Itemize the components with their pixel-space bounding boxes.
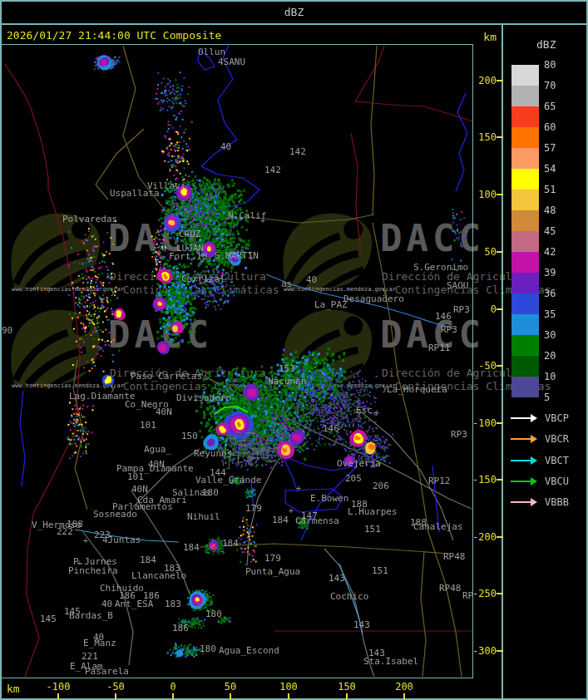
place-label: Punta_Agua	[245, 568, 300, 576]
place-label: Valle_Grande	[195, 476, 261, 485]
place-label: Agua_	[144, 446, 171, 454]
place-label: Ant_ESA	[115, 600, 153, 609]
y-axis-tick-label: 50	[463, 248, 497, 257]
place-label: Nihuil	[187, 513, 220, 521]
x-axis-unit-label: km	[7, 683, 20, 695]
colorbar-swatch	[511, 293, 539, 314]
colorbar-label: 5	[544, 393, 550, 402]
colorbar-swatch	[511, 86, 539, 106]
place-label: 179	[264, 555, 281, 563]
legend-label: VBCU	[545, 476, 569, 486]
place-label: Carmensa	[295, 517, 339, 525]
y-axis-tick	[497, 536, 503, 538]
y-axis-tick-label: -200	[463, 533, 497, 542]
place-label: 186	[172, 624, 189, 633]
colorbar-label: 57	[544, 144, 556, 153]
colorbar-swatch	[511, 231, 539, 252]
place-label: La_Horqueta	[387, 386, 447, 394]
colorbar-label: 70	[544, 81, 556, 91]
legend-label: VBCT	[545, 456, 569, 466]
place-label: 180	[205, 610, 222, 619]
station-marker: +	[374, 410, 379, 417]
legend-arrow-icon	[511, 438, 533, 440]
place-label: Bardas_B	[69, 612, 113, 620]
place-label: 145	[40, 615, 57, 624]
x-axis-tick	[288, 693, 289, 699]
legend-label: VBBB	[545, 497, 569, 507]
legend-row: VBCU	[511, 477, 586, 487]
colorbar-swatch	[511, 148, 539, 169]
y-axis-tick	[497, 479, 503, 481]
place-label: RP11	[428, 344, 451, 352]
colorbar-swatch	[511, 106, 539, 127]
place-label: 184	[272, 516, 289, 525]
colorbar-swatch	[511, 127, 539, 148]
place-label: Carrizal	[181, 275, 225, 283]
place-label: 146	[323, 425, 339, 433]
place-label: RP3	[451, 431, 467, 439]
legend-row: VBCT	[511, 456, 586, 466]
colorbar-title: dBZ	[536, 38, 556, 51]
y-axis-tick-label: 150	[463, 133, 497, 142]
y-axis-tick	[497, 308, 503, 310]
place-label: 180	[200, 645, 216, 653]
y-axis-tick	[497, 80, 503, 81]
colorbar-label: 20	[544, 352, 556, 361]
colorbar-label: 35	[544, 310, 556, 319]
place-label: 221	[82, 653, 98, 661]
y-axis-tick	[497, 650, 503, 652]
panel-separator	[502, 25, 503, 700]
legend-row: VBCP	[511, 414, 586, 424]
colorbar-swatch	[511, 65, 539, 86]
titlebar-divider	[0, 23, 588, 25]
colorbar-swatch	[511, 335, 539, 356]
place-label: 206	[373, 482, 389, 490]
station-marker: +	[77, 560, 82, 567]
place-label: Polvaredas	[62, 215, 117, 224]
place-label: Ollun	[198, 48, 225, 57]
place-label: 40	[101, 600, 112, 609]
legend-arrowhead-icon	[531, 477, 537, 486]
place-label: 205	[345, 475, 362, 483]
y-axis-tick-label: 100	[463, 190, 497, 200]
place-label: RP3	[441, 326, 457, 334]
place-label: 184	[140, 556, 156, 564]
place-label: 40	[306, 276, 317, 284]
place-label: La_PAZ	[314, 301, 348, 309]
place-label: Uspallata	[110, 190, 160, 198]
x-axis-tick-label: 50	[205, 683, 255, 692]
legend-arrowhead-icon	[531, 456, 537, 465]
colorbar-label: 30	[544, 331, 556, 340]
x-axis-tick	[403, 693, 405, 699]
place-label: as	[281, 280, 292, 288]
place-label: 143	[353, 621, 370, 629]
place-label: Sosneado	[93, 510, 137, 519]
place-label: 180	[202, 489, 219, 497]
place-label: 101	[127, 473, 144, 481]
legend-row: VBCR	[511, 435, 586, 445]
place-label: 40N	[131, 486, 148, 494]
place-label: SAOU	[447, 282, 469, 290]
y-axis-tick-label: -50	[463, 362, 497, 371]
radar-app-window: DACCDirección de Agriculturay Contingenc…	[0, 0, 588, 700]
x-axis-tick	[230, 693, 231, 699]
place-label: 4SANU	[218, 58, 245, 67]
x-axis-tick	[346, 693, 348, 699]
place-label: Llancanelo	[131, 572, 186, 580]
place-label: Nacunan	[268, 377, 306, 386]
place-label: 40	[93, 633, 104, 642]
x-axis-tick-label: 100	[264, 683, 314, 692]
colorbar-label: 65	[544, 102, 556, 111]
place-label: 222	[57, 528, 73, 536]
place-label: Paso_Carretas	[131, 372, 202, 381]
legend-arrowhead-icon	[531, 498, 537, 506]
colorbar-swatch	[511, 273, 539, 293]
station-marker: +	[289, 508, 294, 515]
place-label: L.Huarpes	[348, 508, 398, 516]
colorbar-label: 10	[544, 372, 556, 382]
place-label: 4Juntas	[102, 536, 141, 545]
place-label: RP48	[439, 584, 462, 593]
border-left	[0, 0, 2, 700]
place-label: 142	[264, 166, 281, 175]
colorbar-swatch	[511, 356, 539, 377]
